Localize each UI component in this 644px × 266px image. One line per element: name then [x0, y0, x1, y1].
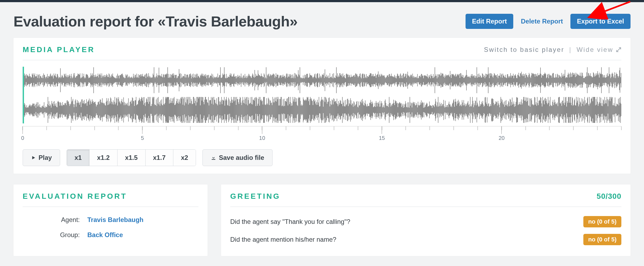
svg-rect-445 — [264, 75, 265, 86]
svg-rect-1954 — [487, 97, 487, 123]
svg-rect-1883 — [448, 104, 449, 116]
svg-rect-1311 — [137, 104, 137, 115]
svg-rect-2166 — [602, 106, 603, 114]
svg-rect-1824 — [416, 103, 417, 117]
playhead-marker[interactable] — [23, 67, 24, 123]
save-audio-button[interactable]: Save audio file — [202, 149, 273, 166]
waveform-track-2[interactable] — [23, 96, 621, 123]
delete-report-button[interactable]: Delete Report — [520, 14, 564, 29]
svg-rect-1461 — [219, 97, 219, 123]
svg-rect-1816 — [412, 107, 412, 113]
svg-rect-913 — [519, 76, 519, 85]
svg-rect-685 — [395, 76, 395, 84]
svg-rect-5 — [25, 76, 25, 85]
svg-rect-2121 — [578, 97, 578, 123]
speed-button-x1-2[interactable]: x1.2 — [89, 150, 118, 166]
svg-rect-152 — [105, 75, 105, 86]
svg-rect-668 — [386, 78, 386, 83]
svg-rect-710 — [409, 75, 409, 85]
svg-rect-1727 — [363, 105, 364, 115]
svg-rect-1397 — [184, 97, 184, 123]
switch-basic-player-link[interactable]: Switch to basic player — [484, 46, 564, 53]
svg-rect-883 — [503, 74, 503, 87]
svg-rect-2142 — [589, 97, 590, 123]
svg-rect-2095 — [564, 97, 564, 123]
svg-rect-250 — [158, 75, 159, 85]
svg-rect-1220 — [87, 102, 88, 118]
svg-rect-749 — [430, 75, 430, 86]
svg-rect-1122 — [34, 106, 35, 114]
speed-button-x1[interactable]: x1 — [67, 150, 89, 166]
svg-rect-30 — [39, 74, 39, 86]
svg-rect-317 — [195, 74, 195, 86]
speed-button-x2[interactable]: x2 — [173, 150, 196, 166]
wide-view-link[interactable]: Wide view — [577, 46, 621, 53]
svg-rect-1820 — [414, 104, 415, 116]
svg-rect-557 — [325, 76, 326, 84]
timeline-tick-minor — [46, 126, 47, 131]
svg-rect-367 — [222, 77, 222, 83]
svg-rect-496 — [292, 78, 292, 82]
svg-rect-888 — [505, 75, 506, 86]
svg-rect-1045 — [591, 76, 591, 84]
svg-rect-41 — [44, 75, 45, 86]
svg-rect-1921 — [469, 104, 470, 116]
svg-rect-1873 — [443, 104, 443, 116]
svg-rect-210 — [136, 74, 137, 87]
svg-rect-2089 — [560, 103, 561, 116]
svg-rect-1724 — [362, 103, 362, 117]
svg-rect-520 — [305, 75, 306, 85]
info-value-link[interactable]: Back Office — [87, 231, 123, 238]
svg-rect-2194 — [618, 104, 618, 115]
svg-rect-471 — [278, 78, 279, 82]
svg-rect-184 — [122, 73, 123, 87]
svg-rect-1069 — [604, 77, 604, 83]
svg-rect-2173 — [606, 103, 607, 116]
speed-button-x1-5[interactable]: x1.5 — [118, 150, 146, 166]
answer-chip[interactable]: no (0 of 5) — [583, 234, 621, 245]
svg-rect-1231 — [93, 103, 94, 117]
svg-rect-1740 — [370, 100, 371, 120]
answer-chip[interactable]: no (0 of 5) — [583, 216, 621, 227]
svg-rect-7 — [26, 78, 26, 82]
svg-rect-1245 — [101, 102, 102, 118]
waveform-track-1[interactable] — [23, 67, 621, 94]
edit-report-button[interactable]: Edit Report — [466, 14, 513, 29]
svg-rect-510 — [300, 67, 300, 93]
svg-rect-142 — [99, 74, 100, 86]
lower-panels-row: EVALUATION REPORT Agent:Travis Barlebaug… — [13, 184, 631, 256]
svg-rect-1353 — [160, 106, 160, 114]
svg-rect-1729 — [364, 103, 365, 117]
svg-rect-498 — [293, 78, 294, 82]
svg-rect-332 — [203, 74, 203, 87]
svg-rect-2139 — [588, 97, 588, 123]
svg-rect-1643 — [318, 105, 318, 115]
media-player-header: MEDIA PLAYER Switch to basic player | Wi… — [23, 45, 621, 60]
svg-rect-1485 — [232, 100, 232, 120]
svg-rect-689 — [397, 73, 398, 87]
svg-rect-2195 — [618, 99, 619, 121]
svg-rect-852 — [486, 77, 486, 84]
waveform-timeline[interactable]: 05101520 — [23, 126, 621, 140]
svg-rect-550 — [321, 77, 322, 84]
svg-rect-1312 — [137, 104, 138, 116]
waveform-area[interactable]: 05101520 — [23, 67, 621, 140]
export-excel-button[interactable]: Export to Excel — [570, 14, 631, 29]
svg-rect-322 — [197, 74, 198, 87]
svg-rect-1214 — [84, 100, 85, 120]
svg-rect-1649 — [321, 100, 321, 120]
speed-button-x1-7[interactable]: x1.7 — [146, 150, 174, 166]
info-value-link[interactable]: Travis Barlebaugh — [87, 216, 143, 223]
svg-rect-1013 — [573, 75, 574, 85]
play-button[interactable]: Play — [23, 149, 60, 166]
svg-rect-1452 — [214, 97, 214, 123]
svg-rect-137 — [97, 76, 97, 84]
svg-rect-762 — [437, 78, 438, 82]
svg-rect-625 — [362, 73, 363, 87]
svg-rect-1991 — [507, 104, 508, 116]
svg-rect-834 — [476, 76, 477, 84]
question-row: Did the agent say "Thank you for calling… — [230, 213, 621, 231]
player-controls: Play x1x1.2x1.5x1.7x2 Save audio file — [23, 149, 621, 166]
svg-rect-666 — [385, 77, 385, 84]
svg-rect-1239 — [98, 102, 98, 118]
